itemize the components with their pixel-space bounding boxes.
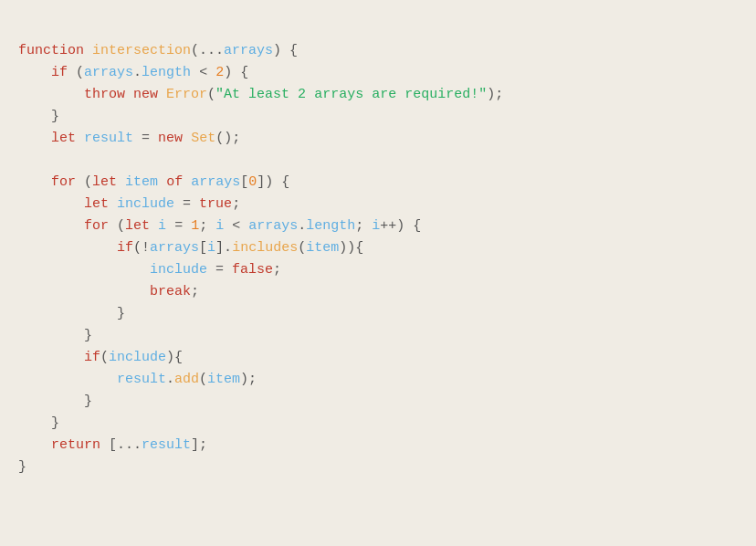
code-container: function intersection(...arrays) { if (a… xyxy=(0,0,756,546)
code-block: function intersection(...arrays) { if (a… xyxy=(18,18,738,500)
